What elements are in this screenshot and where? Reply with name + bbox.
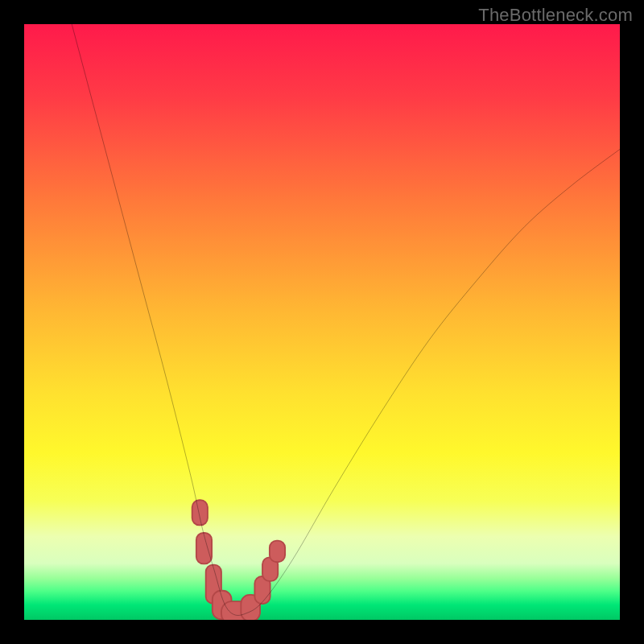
marker-group xyxy=(192,500,285,620)
bottleneck-curve xyxy=(72,24,620,615)
marker xyxy=(192,500,208,525)
marker xyxy=(270,541,285,563)
plot-area xyxy=(24,24,620,620)
chart-frame: TheBottleneck.com xyxy=(0,0,644,644)
marker xyxy=(196,533,212,564)
watermark-text: TheBottleneck.com xyxy=(478,5,633,26)
curve-layer xyxy=(24,24,620,620)
